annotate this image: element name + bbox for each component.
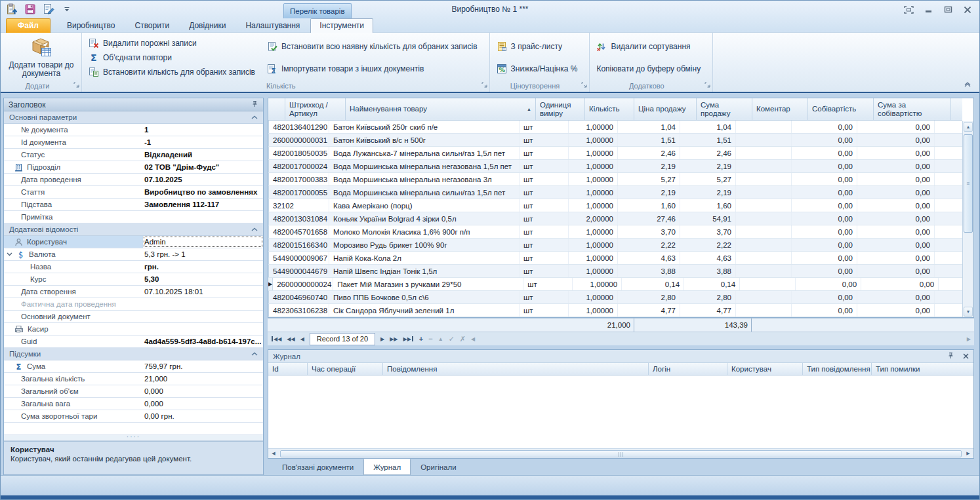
scroll-down-icon[interactable]: ▼	[964, 307, 973, 317]
pin-icon[interactable]	[947, 352, 954, 360]
cell-unit[interactable]: шт	[520, 173, 569, 185]
property-value[interactable]: 759,97 грн.	[143, 360, 263, 372]
cell-unit[interactable]: шт	[520, 225, 569, 238]
cell-price[interactable]: 2,19	[618, 160, 680, 172]
cell-cost_sum[interactable]: 0,00	[857, 239, 935, 251]
cell-cost[interactable]: 0,00	[792, 199, 857, 212]
cell-comment[interactable]	[736, 212, 792, 225]
cell-comment[interactable]	[736, 265, 792, 277]
column-header-sum[interactable]: Сума продажу	[697, 98, 752, 120]
cell-cost[interactable]: 0,00	[792, 291, 857, 303]
cell-price[interactable]: 2,80	[618, 291, 680, 303]
cell-name[interactable]: Вода Моршинська мінеральна негазована 3л	[329, 173, 520, 185]
cell-cost[interactable]: 0,00	[792, 160, 857, 172]
property-value[interactable]: 0,00 грн.	[143, 410, 263, 422]
table-row[interactable]: 4820015166340Морозиво Рудь брикет 100% 9…	[268, 239, 962, 252]
vertical-scrollbar[interactable]: ▲ ≡ ▼	[962, 121, 973, 317]
category-row[interactable]: Основні параметри	[4, 111, 263, 124]
cell-cost_sum[interactable]: 0,00	[857, 147, 935, 159]
nav-next-button[interactable]: ▶	[380, 336, 384, 342]
minimize-icon[interactable]	[925, 7, 933, 13]
cell-unit[interactable]: шт	[520, 147, 569, 159]
cell-unit[interactable]: шт	[520, 186, 569, 199]
property-value[interactable]: Виробництво по замовленнях	[143, 186, 263, 198]
nav-next-page-button[interactable]: ▶▶	[390, 336, 398, 342]
cell-comment[interactable]	[736, 291, 792, 303]
cell-sum[interactable]: 4,63	[680, 252, 736, 264]
price-list-button[interactable]: З прайс-листу	[494, 39, 584, 54]
tab-file[interactable]: Файл	[6, 18, 51, 33]
cell-qty[interactable]: 1,00000	[569, 225, 618, 238]
property-row[interactable]: Загальна кількість21,000	[4, 373, 263, 385]
cell-qty[interactable]: 1,00000	[569, 160, 618, 172]
cell-qty[interactable]: 1,00000	[569, 252, 618, 264]
cell-cost_sum[interactable]: 0,00	[857, 212, 935, 225]
pin-icon[interactable]	[251, 100, 258, 109]
cell-cost_sum[interactable]: 0,00	[861, 278, 939, 290]
cell-comment[interactable]	[736, 252, 792, 264]
cell-comment[interactable]	[736, 186, 792, 199]
panel-splitter[interactable]: ····	[4, 435, 263, 441]
tab-tools[interactable]: Інструменти	[310, 18, 373, 33]
cell-name[interactable]: Пиво ППБ Бочкове 0,5л с\6	[329, 291, 520, 303]
property-row[interactable]: Guid4ad4a559-5df3-4a8d-b614-197c...	[4, 336, 263, 348]
column-header-qty[interactable]: Кількість	[585, 98, 634, 120]
cell-unit[interactable]: шт	[520, 134, 569, 146]
cell-sum[interactable]: 1,04	[680, 121, 736, 133]
table-row[interactable]: 4820018050035Вода Лужанська-7 мінеральна…	[268, 147, 962, 160]
table-row[interactable]: 4823063106238Сік Сандора Яблучний зелени…	[268, 304, 962, 317]
cell-name[interactable]: Сік Сандора Яблучний зелений 1л	[329, 304, 520, 317]
tab-production[interactable]: Виробництво	[58, 18, 125, 33]
restore-icon[interactable]	[944, 6, 952, 13]
cell-sum[interactable]: 1,51	[680, 134, 736, 146]
cell-name[interactable]: Морозиво Рудь брикет 100% 90г	[329, 239, 520, 251]
cell-cost_sum[interactable]: 0,00	[857, 225, 935, 238]
property-value[interactable]	[143, 298, 263, 310]
merge-duplicates-button[interactable]: ΣОб'єднати повтори	[86, 50, 262, 65]
set-all-quantity-button[interactable]: Встановити всю наявну кількість для обра…	[264, 39, 484, 54]
cell-price[interactable]: 3,88	[618, 265, 680, 277]
qat-customize-button[interactable]	[60, 3, 73, 16]
property-value[interactable]: 1	[143, 124, 263, 136]
category-row[interactable]: Підсумки	[4, 348, 263, 360]
cell-unit[interactable]: шт	[520, 252, 569, 264]
cell-barcode[interactable]: 2600000000024	[273, 278, 333, 290]
bottom-tab-journal[interactable]: Журнал	[363, 459, 411, 475]
cell-name[interactable]: Вода Моршинська мінеральна негазована 1,…	[329, 160, 520, 172]
cell-barcode[interactable]: 4820013031084	[269, 212, 329, 225]
cell-qty[interactable]: 1,00000	[569, 173, 618, 185]
scroll-left-icon[interactable]: ◀	[268, 449, 279, 458]
cell-cost[interactable]: 0,00	[792, 134, 857, 146]
cell-price[interactable]: 27,46	[618, 212, 680, 225]
property-value[interactable]: 5,30	[143, 273, 263, 285]
scroll-up-icon[interactable]: ▲	[964, 122, 973, 132]
bottom-tab-related-documents[interactable]: Пов'язані документи	[272, 459, 363, 475]
property-value[interactable]: 5,3 грн. -> 1	[143, 248, 263, 260]
cell-price[interactable]: 2,22	[618, 239, 680, 251]
property-row[interactable]: СтаттяВиробництво по замовленнях	[4, 186, 263, 199]
cell-unit[interactable]: шт	[520, 121, 569, 133]
cell-barcode[interactable]: 5449000044679	[269, 265, 329, 277]
cell-cost[interactable]: 0,00	[792, 252, 857, 264]
cell-sum[interactable]: 2,80	[680, 291, 736, 303]
cell-barcode[interactable]: 32102	[269, 199, 329, 212]
table-row[interactable]: ▶2600000000024Пакет Мій Магазин з ручкам…	[268, 278, 962, 291]
cell-name[interactable]: Вода Моршинська мінеральна сильн/газ 1,5…	[329, 186, 520, 199]
cell-cost[interactable]: 0,00	[796, 278, 861, 290]
cell-barcode[interactable]: 4820017000055	[269, 186, 329, 199]
table-row[interactable]: 4820013031084Коньяк України Bolgrad 4 зі…	[268, 212, 962, 225]
property-row[interactable]: Курс5,30	[4, 273, 263, 286]
cell-sum[interactable]: 1,60	[680, 199, 736, 212]
property-row[interactable]: Назвагрн.	[4, 261, 263, 273]
column-header-barcode[interactable]: Штрихкод / Артикул	[285, 98, 346, 120]
cell-name[interactable]: Молоко Молокія Класика 1,6% 900г п/п	[329, 225, 520, 238]
cell-name[interactable]: Напій Кока-Кола 2л	[329, 252, 520, 264]
dialog-launcher-icon[interactable]	[73, 81, 79, 90]
cell-price[interactable]: 1,60	[618, 199, 680, 212]
category-row[interactable]: Додаткові відомості	[4, 223, 263, 236]
cell-cost_sum[interactable]: 0,00	[857, 291, 935, 303]
nav-first-button[interactable]: ◀◀	[271, 336, 281, 342]
table-row[interactable]: 4820045701658Молоко Молокія Класика 1,6%…	[268, 225, 962, 239]
cell-price[interactable]: 1,04	[618, 121, 680, 133]
post-document-button[interactable]	[5, 3, 18, 16]
